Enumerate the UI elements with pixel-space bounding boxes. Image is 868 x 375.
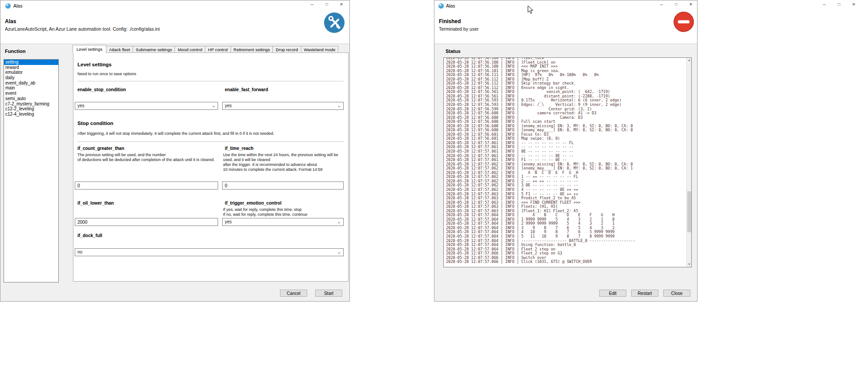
status-subtitle: Terminated by user: [439, 26, 479, 32]
function-list-item[interactable]: event: [4, 91, 58, 96]
chevron-down-icon: ⌄: [337, 249, 341, 256]
log-scrollbar[interactable]: ▲ ▼: [686, 58, 691, 267]
close-run-button[interactable]: Close: [663, 290, 690, 297]
enable-stop-condition-select[interactable]: yes ⌄: [75, 102, 218, 110]
section-title-stop-condition: Stop condition: [77, 121, 113, 126]
tab[interactable]: Drop record: [273, 46, 301, 53]
function-list-item[interactable]: event_daily_ab: [4, 81, 58, 86]
function-list-item[interactable]: c7-2_mystery_farming: [4, 101, 58, 107]
divider: [77, 81, 344, 81]
enable-stop-condition-label: enable_stop_condition: [77, 87, 126, 92]
window-title: Alas: [13, 3, 22, 8]
tab-bar: Level settingsAttack fleetSubmarine sett…: [73, 45, 338, 53]
tab[interactable]: HP control: [205, 46, 231, 53]
divider: [77, 141, 344, 142]
cancel-button[interactable]: Cancel: [280, 290, 307, 297]
status-title: Finished: [439, 18, 461, 24]
enable-fast-forward-select[interactable]: yes ⌄: [222, 102, 344, 110]
log-lines: 2020-05-28 12:07:56.100 | INFO | fleet_l…: [446, 57, 685, 264]
function-list-item[interactable]: semi_auto: [4, 96, 58, 101]
minimize-button[interactable]: ─: [659, 2, 664, 7]
function-list[interactable]: settingrewardemulatordailyevent_daily_ab…: [4, 59, 59, 282]
page-subtitle: AzurLaneAutoScript, An Azur Lane automat…: [5, 26, 160, 32]
if-count-greater-than-label: if_count_greater_than: [77, 146, 124, 151]
tab[interactable]: Level settings: [73, 45, 106, 53]
if-oil-lower-than-input[interactable]: [75, 218, 218, 226]
log-line: 2020-05-28 12:07:57.066 | INFO | Click (…: [446, 260, 685, 264]
section-title-level-settings: Level settings: [77, 62, 112, 67]
chevron-down-icon: ⌄: [212, 102, 215, 109]
if-trigger-emotion-control-label: if_trigger_emotion_control: [225, 201, 281, 206]
log-output[interactable]: 2020-05-28 12:07:56.100 | INFO | fleet_l…: [443, 57, 692, 267]
background-window-controls: ─ □ ✕: [822, 2, 856, 7]
maximize-button[interactable]: □: [673, 2, 679, 7]
scrollbar-thumb[interactable]: [687, 191, 691, 232]
function-label: Function: [5, 48, 25, 54]
alas-logo-icon: [438, 3, 444, 9]
if-time-reach-desc: Use the time within the next 24 hours, t…: [223, 153, 345, 172]
function-list-item[interactable]: setting: [4, 60, 58, 65]
function-list-item[interactable]: c12-2_leveling: [4, 106, 58, 112]
tab[interactable]: Retirement settings: [231, 46, 273, 53]
tab-page-level-settings: Level settings Need to run once to save …: [73, 52, 349, 282]
window-title: Alas: [446, 3, 455, 8]
if-trigger-emotion-control-select[interactable]: yes ⌄: [222, 218, 344, 226]
titlebar[interactable]: Alas ─ □ ✕: [0, 0, 349, 12]
if-count-greater-than-input[interactable]: [75, 181, 218, 190]
function-list-item[interactable]: emulator: [4, 70, 58, 75]
if-time-reach-input[interactable]: [222, 181, 344, 190]
chevron-down-icon: ⌄: [337, 102, 341, 109]
alas-log-window: Alas ─ □ ✕ Finished Terminated by user S…: [434, 0, 698, 302]
enable-fast-forward-value: yes: [225, 103, 232, 108]
if-time-reach-label: if_time_reach: [225, 146, 253, 151]
if-dock-full-value: no: [77, 250, 82, 254]
alas-logo-icon: [5, 3, 11, 9]
maximize-button[interactable]: □: [324, 2, 329, 7]
tools-icon: [324, 12, 345, 33]
start-button[interactable]: Start: [315, 290, 342, 297]
page-title: Alas: [5, 18, 16, 24]
bg-maximize-button[interactable]: □: [836, 2, 842, 7]
function-list-item[interactable]: reward: [4, 65, 58, 70]
chevron-down-icon: ⌄: [337, 218, 341, 226]
tab[interactable]: Attack fleet: [106, 46, 133, 53]
window-controls: ─ □ ✕: [309, 2, 344, 7]
tab[interactable]: Mood control: [175, 46, 205, 53]
stop-sign-icon: [673, 12, 694, 32]
if-dock-full-select[interactable]: no ⌄: [75, 248, 344, 256]
restart-button[interactable]: Restart: [631, 290, 658, 297]
titlebar[interactable]: Alas ─ □ ✕: [434, 0, 697, 12]
window-header: Alas ─ □ ✕ Alas AzurLaneAutoScript, An A…: [0, 0, 349, 44]
function-list-item[interactable]: c12-4_leveling: [4, 112, 58, 117]
enable-fast-forward-label: enable_fast_forward: [225, 87, 268, 92]
window-controls: ─ □ ✕: [659, 2, 694, 7]
close-button[interactable]: ✕: [688, 2, 694, 7]
enable-stop-condition-value: yes: [77, 103, 85, 108]
edit-button[interactable]: Edit: [599, 290, 626, 297]
if-trigger-emotion-control-desc: If yes, wait for reply, complete this ti…: [223, 207, 345, 217]
minimize-button[interactable]: ─: [309, 2, 315, 7]
section-desc-stop-condition: After triggering, it will not stop immed…: [77, 131, 345, 136]
if-trigger-emotion-control-value: yes: [225, 219, 232, 224]
function-list-item[interactable]: daily: [4, 75, 58, 81]
if-dock-full-label: if_dock_full: [77, 233, 102, 238]
bg-close-button[interactable]: ✕: [851, 2, 856, 7]
if-count-greater-than-desc: The previous setting will be used, and t…: [77, 153, 221, 162]
bg-minimize-button[interactable]: ─: [822, 2, 827, 7]
if-oil-lower-than-label: if_oil_lower_than: [77, 201, 114, 206]
scroll-down-button[interactable]: ▼: [687, 262, 692, 267]
close-button[interactable]: ✕: [339, 2, 344, 7]
section-desc-level-settings: Need to run once to save options: [77, 72, 136, 77]
status-label: Status: [446, 48, 461, 54]
tab[interactable]: Wasteland mode: [301, 46, 339, 53]
tab[interactable]: Submarine settings: [133, 46, 175, 53]
mouse-cursor: [527, 5, 534, 16]
window-header: Alas ─ □ ✕ Finished Terminated by user: [434, 0, 697, 44]
scroll-up-button[interactable]: ▲: [687, 58, 692, 63]
alas-config-window: Alas ─ □ ✕ Alas AzurLaneAutoScript, An A…: [0, 0, 350, 302]
function-list-item[interactable]: main: [4, 85, 58, 91]
